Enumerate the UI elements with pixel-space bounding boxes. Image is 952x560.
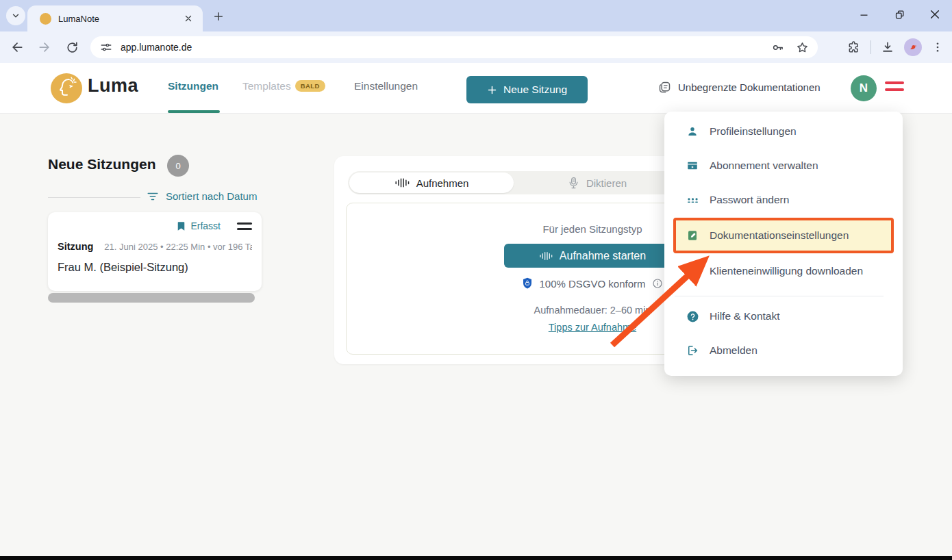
key-icon <box>771 41 784 54</box>
info-icon[interactable] <box>652 278 663 289</box>
downloads-button[interactable] <box>881 40 894 54</box>
recording-tips-link[interactable]: Tipps zur Aufnahme <box>549 322 636 333</box>
menu-item-subscription-label: Abonnement verwalten <box>710 160 818 172</box>
nav-sitzungen[interactable]: Sitzungen <box>168 80 218 92</box>
app-header: Luma Sitzungen TemplatesBALD Einstellung… <box>0 63 952 114</box>
menu-item-logout[interactable]: Abmelden <box>664 333 903 368</box>
filter-icon <box>147 191 159 202</box>
forward-arrow-icon <box>38 40 51 54</box>
brand-name: Luma <box>88 75 138 97</box>
toolbar-right-cluster <box>847 38 944 56</box>
session-name: Frau M. (Beispiel-Sitzung) <box>58 261 252 274</box>
compliance-label: 100% DSGVO konform <box>539 278 645 290</box>
luma-logo[interactable] <box>51 73 82 103</box>
sort-label: Sortiert nach Datum <box>166 190 257 202</box>
menu-item-profile-label: Profileinstellungen <box>710 125 797 138</box>
reload-button[interactable] <box>63 38 81 56</box>
new-tab-button[interactable] <box>210 8 227 25</box>
toolbar-divider <box>870 40 871 54</box>
bookmark-icon <box>177 221 186 231</box>
tab-title: LumaNote <box>58 14 182 24</box>
recorder-subtitle: Für jeden Sitzungstyp <box>542 223 642 235</box>
back-arrow-icon <box>10 40 24 54</box>
session-status: Erfasst <box>177 220 221 231</box>
address-bar[interactable]: app.lumanote.de <box>90 36 818 58</box>
star-icon <box>796 41 809 54</box>
menu-item-help[interactable]: Hilfe & Kontakt <box>664 299 903 333</box>
new-session-button[interactable]: Neue Sitzung <box>466 76 588 103</box>
back-button[interactable] <box>8 38 26 56</box>
browser-menu-button[interactable] <box>931 41 944 53</box>
menu-item-doc-settings[interactable]: Dokumentationseinstellungen <box>673 218 894 253</box>
menu-item-consent[interactable]: Klienteneinwilligung downloaden <box>664 254 903 288</box>
window-controls <box>853 4 945 25</box>
start-recording-label: Aufnahme starten <box>560 250 646 262</box>
url-text[interactable]: app.lumanote.de <box>121 42 760 53</box>
browser-tab-strip: LumaNote <box>0 0 952 31</box>
start-recording-button[interactable]: Aufnahme starten <box>504 244 681 268</box>
active-nav-underline <box>168 110 220 113</box>
new-session-label: Neue Sitzung <box>503 84 567 96</box>
tab-diktieren[interactable]: Diktieren <box>515 171 679 194</box>
bookmark-star-button[interactable] <box>794 40 810 55</box>
menu-item-password-label: Passwort ändern <box>710 194 789 206</box>
session-progress-bar <box>48 293 255 303</box>
window-restore-button[interactable] <box>889 4 910 25</box>
sort-control[interactable]: Sortiert nach Datum <box>147 190 257 202</box>
browser-tab[interactable]: LumaNote <box>27 5 203 31</box>
face-profile-icon <box>55 76 78 101</box>
nav-templates-label: Templates <box>242 80 291 92</box>
person-icon <box>685 124 700 139</box>
sort-divider <box>48 197 140 198</box>
tab-search-chevron-button[interactable] <box>6 6 25 25</box>
password-key-button[interactable] <box>770 40 785 55</box>
bird-icon <box>907 42 918 53</box>
menu-item-help-label: Hilfe & Kontakt <box>710 310 780 322</box>
minimize-icon <box>859 10 869 20</box>
chevron-down-icon <box>11 11 21 21</box>
clipboard-check-icon <box>685 264 700 279</box>
lumanote-favicon <box>40 13 51 25</box>
menu-item-consent-label: Klienteneinwilligung downloaden <box>710 265 863 277</box>
menu-item-doc-settings-label: Dokumentationseinstellungen <box>710 229 849 242</box>
user-avatar[interactable]: N <box>851 75 877 101</box>
sessions-count-badge: 0 <box>167 155 189 177</box>
compliance-row: 100% DSGVO konform <box>522 277 662 290</box>
menu-item-logout-label: Abmelden <box>710 344 757 357</box>
tab-diktieren-label: Diktieren <box>586 177 627 189</box>
hamburger-menu-icon[interactable] <box>885 81 904 91</box>
reload-icon <box>66 41 79 54</box>
nav-einstellungen[interactable]: Einstellungen <box>354 80 418 92</box>
menu-divider <box>675 296 884 296</box>
menu-item-subscription[interactable]: Abonnement verwalten <box>664 149 903 183</box>
plan-label: Unbegrenzte Dokumentationen <box>678 81 821 93</box>
browser-toolbar: app.lumanote.de <box>0 31 952 63</box>
bald-badge: BALD <box>295 80 325 92</box>
session-card[interactable]: Erfasst Sitzung 21. Juni 2025 • 22:25 Mi… <box>48 212 262 291</box>
session-card-menu-icon[interactable] <box>237 222 252 230</box>
clipboard-edit-icon <box>685 228 700 243</box>
recorder-mode-tabs: Aufnehmen Diktieren <box>348 171 679 194</box>
nav-templates[interactable]: TemplatesBALD <box>242 80 325 92</box>
taskbar-edge <box>0 556 952 560</box>
window-close-button[interactable] <box>925 4 945 25</box>
puzzle-icon <box>847 40 861 54</box>
tab-aufnehmen[interactable]: Aufnehmen <box>349 173 514 193</box>
site-settings-icon[interactable] <box>100 41 112 53</box>
close-icon <box>929 9 940 20</box>
session-meta: 21. Juni 2025 • 22:25 Min • vor 196 Tage… <box>104 242 252 252</box>
tab-close-icon[interactable] <box>182 12 195 25</box>
forward-button[interactable] <box>36 38 53 56</box>
session-type-label: Sitzung <box>58 241 93 252</box>
tab-aufnehmen-label: Aufnehmen <box>416 177 469 189</box>
session-status-label: Erfasst <box>190 220 221 231</box>
recording-duration-hint: Aufnahmedauer: 2–60 min <box>534 305 651 316</box>
plus-icon <box>487 85 497 95</box>
window-minimize-button[interactable] <box>853 4 874 25</box>
user-menu-dropdown: Profileinstellungen Abonnement verwalten… <box>664 112 903 376</box>
browser-profile-avatar[interactable] <box>904 38 922 56</box>
waveform-icon <box>539 251 553 261</box>
menu-item-profile[interactable]: Profileinstellungen <box>664 114 903 149</box>
extensions-button[interactable] <box>847 40 861 54</box>
menu-item-password[interactable]: Passwort ändern <box>664 183 903 217</box>
